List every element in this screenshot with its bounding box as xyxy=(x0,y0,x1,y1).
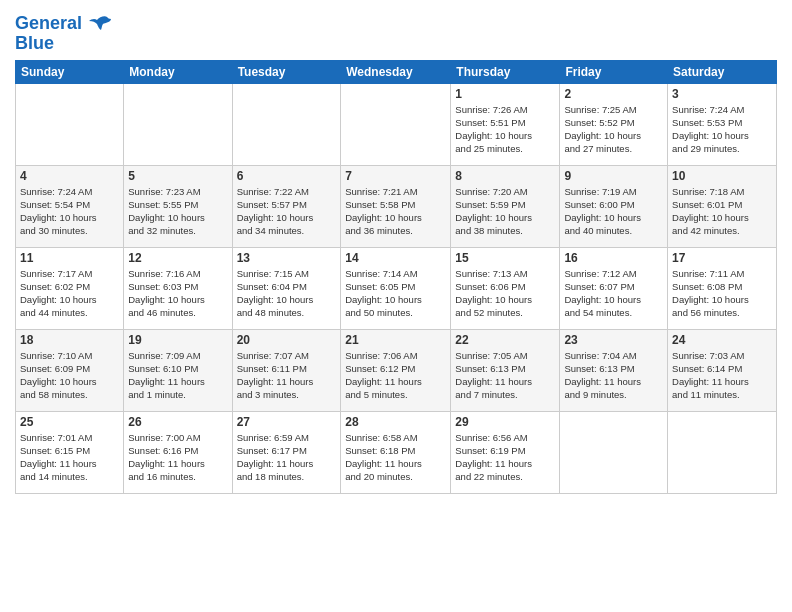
calendar-cell: 16Sunrise: 7:12 AM Sunset: 6:07 PM Dayli… xyxy=(560,247,668,329)
weekday-header: Monday xyxy=(124,60,232,83)
day-number: 12 xyxy=(128,251,227,265)
day-info: Sunrise: 7:24 AM Sunset: 5:53 PM Dayligh… xyxy=(672,103,772,156)
logo-blue: Blue xyxy=(15,34,111,54)
day-info: Sunrise: 7:24 AM Sunset: 5:54 PM Dayligh… xyxy=(20,185,119,238)
calendar-cell: 21Sunrise: 7:06 AM Sunset: 6:12 PM Dayli… xyxy=(341,329,451,411)
calendar-cell: 9Sunrise: 7:19 AM Sunset: 6:00 PM Daylig… xyxy=(560,165,668,247)
calendar-cell: 20Sunrise: 7:07 AM Sunset: 6:11 PM Dayli… xyxy=(232,329,341,411)
day-info: Sunrise: 7:13 AM Sunset: 6:06 PM Dayligh… xyxy=(455,267,555,320)
weekday-header: Sunday xyxy=(16,60,124,83)
calendar-cell: 23Sunrise: 7:04 AM Sunset: 6:13 PM Dayli… xyxy=(560,329,668,411)
day-info: Sunrise: 6:56 AM Sunset: 6:19 PM Dayligh… xyxy=(455,431,555,484)
weekday-header: Wednesday xyxy=(341,60,451,83)
calendar-cell xyxy=(232,83,341,165)
day-number: 16 xyxy=(564,251,663,265)
calendar-cell: 5Sunrise: 7:23 AM Sunset: 5:55 PM Daylig… xyxy=(124,165,232,247)
calendar-cell xyxy=(124,83,232,165)
day-number: 26 xyxy=(128,415,227,429)
calendar-cell: 18Sunrise: 7:10 AM Sunset: 6:09 PM Dayli… xyxy=(16,329,124,411)
calendar-cell: 17Sunrise: 7:11 AM Sunset: 6:08 PM Dayli… xyxy=(668,247,777,329)
page-container: General Blue SundayMondayTuesdayWednesda… xyxy=(0,0,792,612)
calendar-cell: 1Sunrise: 7:26 AM Sunset: 5:51 PM Daylig… xyxy=(451,83,560,165)
day-info: Sunrise: 7:10 AM Sunset: 6:09 PM Dayligh… xyxy=(20,349,119,402)
day-number: 23 xyxy=(564,333,663,347)
calendar-cell: 10Sunrise: 7:18 AM Sunset: 6:01 PM Dayli… xyxy=(668,165,777,247)
calendar-cell xyxy=(16,83,124,165)
day-number: 3 xyxy=(672,87,772,101)
day-info: Sunrise: 7:09 AM Sunset: 6:10 PM Dayligh… xyxy=(128,349,227,402)
calendar-cell: 27Sunrise: 6:59 AM Sunset: 6:17 PM Dayli… xyxy=(232,411,341,493)
day-number: 1 xyxy=(455,87,555,101)
day-info: Sunrise: 7:25 AM Sunset: 5:52 PM Dayligh… xyxy=(564,103,663,156)
day-info: Sunrise: 7:05 AM Sunset: 6:13 PM Dayligh… xyxy=(455,349,555,402)
day-info: Sunrise: 7:11 AM Sunset: 6:08 PM Dayligh… xyxy=(672,267,772,320)
day-info: Sunrise: 7:21 AM Sunset: 5:58 PM Dayligh… xyxy=(345,185,446,238)
calendar-cell: 4Sunrise: 7:24 AM Sunset: 5:54 PM Daylig… xyxy=(16,165,124,247)
calendar-cell: 28Sunrise: 6:58 AM Sunset: 6:18 PM Dayli… xyxy=(341,411,451,493)
day-number: 13 xyxy=(237,251,337,265)
weekday-header: Tuesday xyxy=(232,60,341,83)
day-info: Sunrise: 7:22 AM Sunset: 5:57 PM Dayligh… xyxy=(237,185,337,238)
day-number: 10 xyxy=(672,169,772,183)
day-number: 11 xyxy=(20,251,119,265)
day-number: 15 xyxy=(455,251,555,265)
day-number: 18 xyxy=(20,333,119,347)
calendar-cell: 7Sunrise: 7:21 AM Sunset: 5:58 PM Daylig… xyxy=(341,165,451,247)
calendar-cell: 25Sunrise: 7:01 AM Sunset: 6:15 PM Dayli… xyxy=(16,411,124,493)
calendar-cell xyxy=(668,411,777,493)
day-number: 22 xyxy=(455,333,555,347)
day-number: 8 xyxy=(455,169,555,183)
logo-bird-icon xyxy=(89,15,111,33)
calendar-week-row: 18Sunrise: 7:10 AM Sunset: 6:09 PM Dayli… xyxy=(16,329,777,411)
day-info: Sunrise: 6:59 AM Sunset: 6:17 PM Dayligh… xyxy=(237,431,337,484)
day-number: 20 xyxy=(237,333,337,347)
calendar-cell: 3Sunrise: 7:24 AM Sunset: 5:53 PM Daylig… xyxy=(668,83,777,165)
calendar-cell: 11Sunrise: 7:17 AM Sunset: 6:02 PM Dayli… xyxy=(16,247,124,329)
day-number: 4 xyxy=(20,169,119,183)
calendar-cell: 8Sunrise: 7:20 AM Sunset: 5:59 PM Daylig… xyxy=(451,165,560,247)
day-info: Sunrise: 7:17 AM Sunset: 6:02 PM Dayligh… xyxy=(20,267,119,320)
day-info: Sunrise: 7:23 AM Sunset: 5:55 PM Dayligh… xyxy=(128,185,227,238)
day-info: Sunrise: 7:15 AM Sunset: 6:04 PM Dayligh… xyxy=(237,267,337,320)
day-info: Sunrise: 7:16 AM Sunset: 6:03 PM Dayligh… xyxy=(128,267,227,320)
calendar-cell: 26Sunrise: 7:00 AM Sunset: 6:16 PM Dayli… xyxy=(124,411,232,493)
day-info: Sunrise: 7:01 AM Sunset: 6:15 PM Dayligh… xyxy=(20,431,119,484)
day-info: Sunrise: 7:26 AM Sunset: 5:51 PM Dayligh… xyxy=(455,103,555,156)
calendar-cell: 29Sunrise: 6:56 AM Sunset: 6:19 PM Dayli… xyxy=(451,411,560,493)
calendar-cell: 24Sunrise: 7:03 AM Sunset: 6:14 PM Dayli… xyxy=(668,329,777,411)
day-number: 2 xyxy=(564,87,663,101)
day-number: 14 xyxy=(345,251,446,265)
calendar-cell: 22Sunrise: 7:05 AM Sunset: 6:13 PM Dayli… xyxy=(451,329,560,411)
header: General Blue xyxy=(15,10,777,54)
calendar-cell: 19Sunrise: 7:09 AM Sunset: 6:10 PM Dayli… xyxy=(124,329,232,411)
day-number: 25 xyxy=(20,415,119,429)
day-number: 19 xyxy=(128,333,227,347)
day-number: 7 xyxy=(345,169,446,183)
calendar-week-row: 25Sunrise: 7:01 AM Sunset: 6:15 PM Dayli… xyxy=(16,411,777,493)
day-number: 24 xyxy=(672,333,772,347)
calendar-cell xyxy=(341,83,451,165)
day-info: Sunrise: 7:07 AM Sunset: 6:11 PM Dayligh… xyxy=(237,349,337,402)
day-number: 27 xyxy=(237,415,337,429)
weekday-header: Friday xyxy=(560,60,668,83)
day-number: 17 xyxy=(672,251,772,265)
day-number: 9 xyxy=(564,169,663,183)
day-number: 6 xyxy=(237,169,337,183)
weekday-header: Saturday xyxy=(668,60,777,83)
day-info: Sunrise: 7:20 AM Sunset: 5:59 PM Dayligh… xyxy=(455,185,555,238)
calendar-cell: 6Sunrise: 7:22 AM Sunset: 5:57 PM Daylig… xyxy=(232,165,341,247)
day-info: Sunrise: 7:06 AM Sunset: 6:12 PM Dayligh… xyxy=(345,349,446,402)
calendar-cell xyxy=(560,411,668,493)
day-number: 28 xyxy=(345,415,446,429)
day-info: Sunrise: 7:19 AM Sunset: 6:00 PM Dayligh… xyxy=(564,185,663,238)
day-info: Sunrise: 7:12 AM Sunset: 6:07 PM Dayligh… xyxy=(564,267,663,320)
day-info: Sunrise: 7:03 AM Sunset: 6:14 PM Dayligh… xyxy=(672,349,772,402)
logo-general: General xyxy=(15,13,82,33)
logo: General Blue xyxy=(15,14,111,54)
day-number: 29 xyxy=(455,415,555,429)
day-number: 21 xyxy=(345,333,446,347)
calendar-week-row: 1Sunrise: 7:26 AM Sunset: 5:51 PM Daylig… xyxy=(16,83,777,165)
day-info: Sunrise: 7:14 AM Sunset: 6:05 PM Dayligh… xyxy=(345,267,446,320)
calendar-week-row: 11Sunrise: 7:17 AM Sunset: 6:02 PM Dayli… xyxy=(16,247,777,329)
calendar-week-row: 4Sunrise: 7:24 AM Sunset: 5:54 PM Daylig… xyxy=(16,165,777,247)
